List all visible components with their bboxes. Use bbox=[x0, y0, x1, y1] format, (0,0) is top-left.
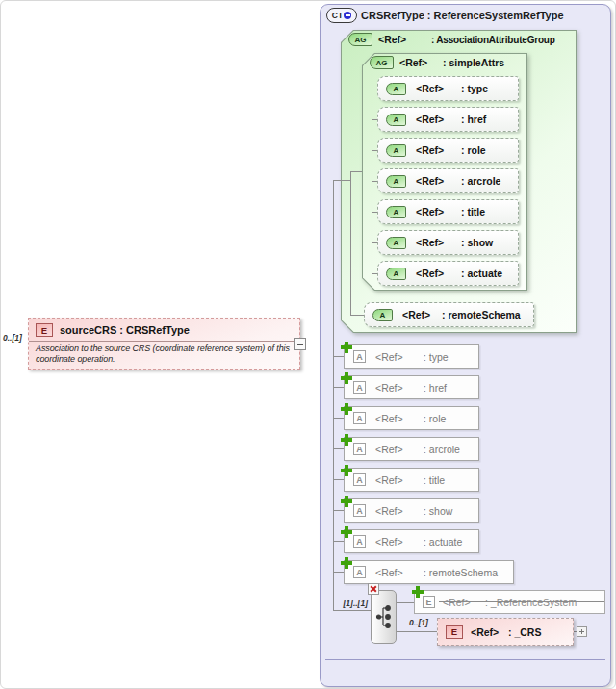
local-attr-row-show[interactable]: A <Ref> : show bbox=[344, 498, 479, 523]
complextype-title: CRSRefType : ReferenceSystemRefType bbox=[361, 10, 564, 21]
attribute-icon: A bbox=[386, 83, 406, 95]
attribute-icon: A bbox=[386, 175, 406, 188]
attribute-icon: A bbox=[386, 237, 406, 249]
attr-ref: <Ref> bbox=[375, 413, 424, 424]
attr-ref: <Ref> bbox=[416, 114, 461, 125]
collapse-dot-icon bbox=[344, 12, 351, 19]
attr-name: : href bbox=[424, 382, 447, 394]
connector-line bbox=[333, 541, 344, 542]
connector-line bbox=[333, 510, 344, 511]
source-header: E sourceCRS : CRSRefType bbox=[29, 319, 299, 337]
connector-line bbox=[333, 572, 344, 573]
add-attribute-icon[interactable] bbox=[341, 372, 352, 384]
attribute-icon: A bbox=[353, 504, 366, 517]
annotation-divider bbox=[325, 659, 605, 660]
attr-ref: <Ref> bbox=[402, 309, 442, 320]
remove-icon[interactable] bbox=[368, 583, 379, 595]
attributegroup-name: : AssociationAttributeGroup bbox=[431, 35, 555, 45]
add-attribute-icon[interactable] bbox=[341, 403, 352, 415]
attributegroup-icon: AG bbox=[348, 33, 372, 46]
attr-name: : actuate bbox=[424, 536, 462, 548]
attr-name: : actuate bbox=[461, 268, 502, 279]
local-attr-row-arcrole[interactable]: A <Ref> : arcrole bbox=[344, 437, 479, 461]
attr-row-arcrole[interactable]: A <Ref> : arcrole bbox=[377, 168, 519, 193]
simpleattrs-icon: AG bbox=[370, 56, 394, 69]
attributegroup-header: AG <Ref> : AssociationAttributeGroup bbox=[348, 33, 555, 46]
attr-ref: <Ref> bbox=[416, 268, 461, 279]
attr-ref: <Ref> bbox=[416, 175, 461, 187]
attr-row-title[interactable]: A <Ref> : title bbox=[377, 199, 519, 224]
attribute-icon: A bbox=[386, 114, 406, 126]
add-attribute-icon[interactable] bbox=[341, 557, 352, 569]
element-icon: E bbox=[446, 625, 463, 639]
attr-row-type[interactable]: A <Ref> : type bbox=[377, 76, 519, 101]
attr-name: : remoteSchema bbox=[442, 309, 521, 320]
attr-row-href[interactable]: A <Ref> : href bbox=[377, 107, 519, 132]
element-box-sourceCRS[interactable]: E sourceCRS : CRSRefType Association to … bbox=[28, 318, 300, 370]
connector-line bbox=[333, 356, 344, 357]
add-attribute-icon[interactable] bbox=[341, 465, 352, 476]
attr-ref: <Ref> bbox=[416, 237, 461, 248]
attr-name: : role bbox=[424, 413, 446, 424]
connector-line bbox=[397, 602, 414, 603]
add-element-icon[interactable] bbox=[412, 586, 424, 598]
schema-diagram-canvas: CT CRSRefType : ReferenceSystemRefType A… bbox=[0, 0, 616, 689]
local-attr-row-remoteSchema[interactable]: A <Ref> : remoteSchema bbox=[344, 560, 514, 584]
attr-name: : title bbox=[461, 206, 485, 217]
connector-line bbox=[350, 171, 362, 172]
complextype-icon[interactable]: CT bbox=[326, 8, 357, 23]
connector-line bbox=[333, 387, 344, 388]
attr-name: : remoteSchema bbox=[424, 567, 498, 578]
choice-cardinality: [1]..[1] bbox=[331, 599, 368, 608]
attr-row-role[interactable]: A <Ref> : role bbox=[377, 138, 519, 163]
attr-ref: <Ref> bbox=[375, 351, 424, 363]
connector-line bbox=[333, 448, 344, 449]
choice-compositor[interactable] bbox=[371, 590, 397, 644]
attr-row-actuate[interactable]: A <Ref> : actuate bbox=[377, 261, 519, 286]
local-attr-row-title[interactable]: A <Ref> : title bbox=[344, 468, 479, 492]
source-description: Association to the source CRS (coordinat… bbox=[29, 342, 299, 368]
attr-ref: <Ref> bbox=[375, 382, 424, 394]
add-attribute-icon[interactable] bbox=[341, 496, 352, 507]
attribute-icon: A bbox=[353, 350, 366, 363]
element-row-CRS[interactable]: E <Ref> : _CRS bbox=[437, 618, 574, 646]
crs-cardinality: 0..[1] bbox=[409, 618, 428, 627]
connector-line bbox=[350, 171, 351, 315]
choice-icon bbox=[375, 602, 393, 631]
attribute-icon: A bbox=[353, 412, 366, 424]
expand-icon[interactable] bbox=[577, 626, 587, 637]
attr-ref: <Ref> bbox=[375, 444, 424, 455]
attr-name: : title bbox=[424, 474, 445, 486]
simpleattrs-ref: <Ref> bbox=[399, 57, 443, 68]
attr-row-show[interactable]: A <Ref> : show bbox=[377, 230, 519, 255]
local-attr-row-href[interactable]: A <Ref> : href bbox=[344, 375, 479, 399]
attr-ref: <Ref> bbox=[375, 567, 424, 578]
attr-ref: <Ref> bbox=[416, 144, 461, 156]
element-ref: <Ref> bbox=[471, 626, 508, 638]
attr-ref: <Ref> bbox=[375, 474, 424, 486]
attr-row-remoteSchema[interactable]: A <Ref> : remoteSchema bbox=[364, 302, 534, 327]
connector-line bbox=[333, 180, 334, 610]
element-name: : _CRS bbox=[508, 626, 541, 638]
add-attribute-icon[interactable] bbox=[341, 434, 352, 446]
attribute-icon: A bbox=[353, 473, 366, 486]
connector-line bbox=[333, 610, 371, 611]
element-icon: E bbox=[423, 596, 435, 608]
strikethrough-line bbox=[439, 601, 604, 602]
attr-ref: <Ref> bbox=[375, 536, 424, 548]
add-attribute-icon[interactable] bbox=[341, 342, 352, 353]
element-icon: E bbox=[36, 323, 53, 337]
attribute-icon: A bbox=[353, 443, 366, 455]
local-attr-row-type[interactable]: A <Ref> : type bbox=[344, 344, 479, 369]
local-attr-row-actuate[interactable]: A <Ref> : actuate bbox=[344, 529, 479, 553]
add-attribute-icon[interactable] bbox=[341, 526, 352, 538]
attribute-icon: A bbox=[386, 144, 406, 157]
attr-name: : arcrole bbox=[424, 444, 460, 455]
local-attr-row-role[interactable]: A <Ref> : role bbox=[344, 406, 479, 430]
attr-name: : href bbox=[461, 114, 486, 125]
attr-ref: <Ref> bbox=[375, 505, 424, 517]
attr-name: : arcrole bbox=[461, 175, 500, 187]
collapse-toggle-icon[interactable] bbox=[294, 338, 306, 350]
connector-line bbox=[333, 418, 344, 419]
attr-name: : type bbox=[461, 83, 488, 94]
